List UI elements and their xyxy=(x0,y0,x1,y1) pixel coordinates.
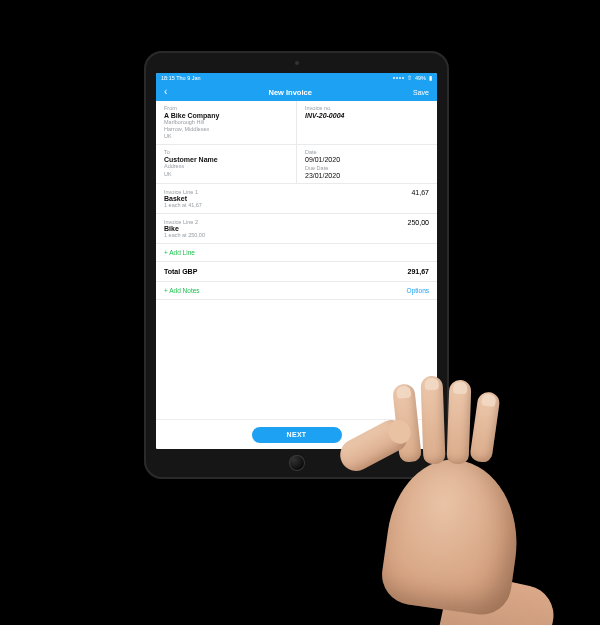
to-addr2: UK xyxy=(164,171,288,178)
battery-icon: ▮ xyxy=(429,75,432,81)
to-label: To xyxy=(164,149,288,155)
line-detail: 1 each at 250,00 xyxy=(164,232,205,238)
status-time: 18:15 Thu 9 Jan xyxy=(161,75,201,81)
tablet-frame: 18:15 Thu 9 Jan ⇧ 49% ▮ ‹ New Invoice Sa… xyxy=(144,51,449,479)
line-detail: 1 each at 41,67 xyxy=(164,202,202,208)
page-title: New Invoice xyxy=(269,88,312,97)
date-label: Date xyxy=(305,149,429,155)
add-line-button[interactable]: Add Line xyxy=(156,244,437,262)
line-name: Bike xyxy=(164,225,205,232)
invoice-line-2[interactable]: Invoice Line 2 Bike 1 each at 250,00 250… xyxy=(156,214,437,244)
invoice-no-value: INV-20-0004 xyxy=(305,112,429,119)
line-amount: 41,67 xyxy=(411,189,429,196)
home-button[interactable] xyxy=(289,455,305,471)
line-amount: 250,00 xyxy=(408,219,429,226)
from-addr3: UK xyxy=(164,133,288,140)
total-row: Total GBP 291,67 xyxy=(156,262,437,282)
invoice-no-cell[interactable]: Invoice no. INV-20-0004 xyxy=(296,101,437,144)
total-value: 291,67 xyxy=(408,268,429,275)
options-button[interactable]: Options xyxy=(407,287,429,294)
invoice-form: From A Bike Company Marlborough Hill Har… xyxy=(156,101,437,449)
total-label: Total GBP xyxy=(164,268,197,275)
next-button[interactable]: NEXT xyxy=(252,427,342,443)
from-addr1: Marlborough Hill xyxy=(164,119,288,126)
screen: 18:15 Thu 9 Jan ⇧ 49% ▮ ‹ New Invoice Sa… xyxy=(156,73,437,449)
nav-bar: ‹ New Invoice Save xyxy=(156,83,437,101)
cellular-icon xyxy=(393,77,404,79)
battery-percent: 49% xyxy=(415,75,426,81)
line-name: Basket xyxy=(164,195,202,202)
due-date-value: 23/01/2020 xyxy=(305,172,429,179)
save-button[interactable]: Save xyxy=(413,89,429,96)
date-value: 09/01/2020 xyxy=(305,156,429,163)
from-addr2: Harrow, Middlesex xyxy=(164,126,288,133)
add-notes-button[interactable]: + Add Notes xyxy=(164,287,200,294)
back-button[interactable]: ‹ xyxy=(164,87,167,97)
from-company: A Bike Company xyxy=(164,112,288,119)
dates-cell[interactable]: Date 09/01/2020 Due Date 23/01/2020 xyxy=(296,145,437,183)
ios-status-bar: 18:15 Thu 9 Jan ⇧ 49% ▮ xyxy=(156,73,437,83)
wifi-icon: ⇧ xyxy=(407,75,412,81)
from-label: From xyxy=(164,105,288,111)
to-cell[interactable]: To Customer Name Address UK xyxy=(156,145,296,183)
device-camera xyxy=(295,61,299,65)
to-addr1: Address xyxy=(164,163,288,170)
invoice-line-1[interactable]: Invoice Line 1 Basket 1 each at 41,67 41… xyxy=(156,184,437,214)
due-date-label: Due Date xyxy=(305,165,429,171)
invoice-no-label: Invoice no. xyxy=(305,105,429,111)
from-cell[interactable]: From A Bike Company Marlborough Hill Har… xyxy=(156,101,296,144)
to-name: Customer Name xyxy=(164,156,288,163)
bottom-bar: NEXT xyxy=(156,419,437,449)
